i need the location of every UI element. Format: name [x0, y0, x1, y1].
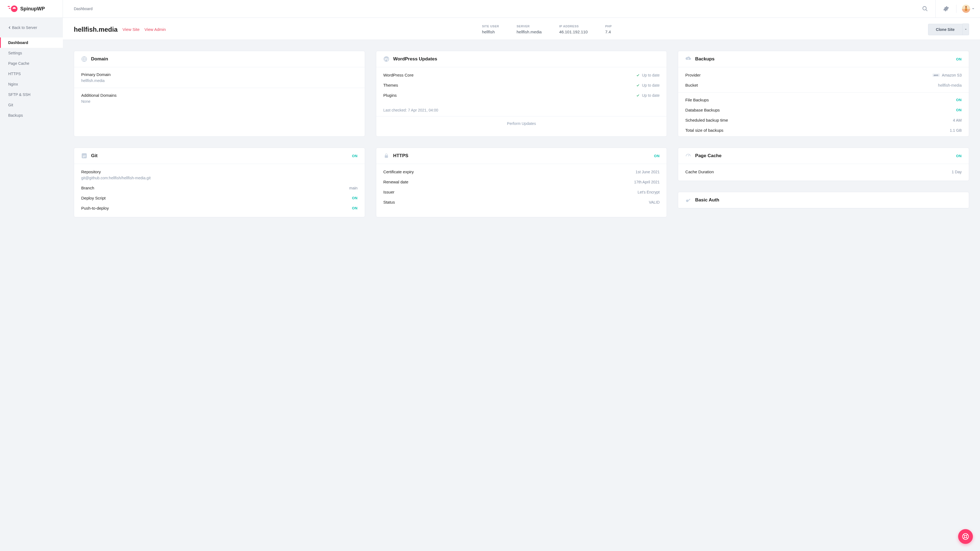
card-backups: Backups ON Provider aws Amazon S3 [678, 51, 969, 137]
perform-updates-button[interactable]: Perform Updates [376, 116, 667, 131]
sidebar-item-https[interactable]: HTTPS [0, 68, 63, 79]
site-user-value: hellfish [482, 30, 499, 34]
sidebar-item-sftp-ssh[interactable]: SFTP & SSH [0, 89, 63, 100]
chevron-down-icon [965, 29, 967, 30]
sidebar-item-page-cache[interactable]: Page Cache [0, 58, 63, 68]
back-to-server-link[interactable]: Back to Server [0, 25, 63, 37]
https-renewal-row: Renewal date 17th April 2021 [376, 177, 667, 187]
https-status-row: Status VALID [376, 197, 667, 207]
key-icon [685, 197, 691, 203]
svg-rect-14 [688, 199, 690, 201]
settings-button[interactable] [935, 0, 956, 18]
card-domain: Domain Primary Domain hellfish.media Add… [74, 51, 365, 137]
chevron-left-icon [8, 26, 11, 29]
sidebar-item-dashboard[interactable]: Dashboard [0, 37, 63, 48]
wp-plugins-row: Plugins Up to date [376, 90, 667, 100]
wordpress-icon [383, 56, 390, 62]
php-label: PHP [605, 25, 612, 28]
https-title: HTTPS [393, 153, 409, 159]
https-expiry-row: Certificate expiry 1st June 2021 [376, 167, 667, 177]
svg-line-4 [926, 10, 928, 11]
svg-text:git: git [83, 155, 86, 157]
https-issuer-row: Issuer Let's Encrypt [376, 187, 667, 197]
user-menu[interactable] [956, 5, 980, 13]
backup-schedule-row: Scheduled backup time 4 AM [678, 115, 969, 125]
page-cache-status-badge: ON [956, 154, 962, 158]
wp-last-checked: Last checked: 7 Apr 2021, 04:00 [376, 104, 667, 116]
cache-duration-row: Cache Duration 1 Day [678, 167, 969, 177]
backups-title: Backups [695, 56, 714, 62]
card-git: git Git ON Repository git@github.com:hel… [74, 148, 365, 217]
help-fab[interactable] [958, 529, 973, 544]
git-branch-row: Branch main [74, 183, 365, 193]
php-value: 7.4 [605, 30, 612, 34]
svg-line-17 [963, 534, 964, 535]
aws-icon: aws [932, 73, 940, 77]
page-title: hellfish.media [74, 26, 118, 33]
svg-line-19 [963, 537, 964, 538]
sidebar-item-settings[interactable]: Settings [0, 48, 63, 58]
lock-icon [383, 153, 390, 159]
ip-value: 46.101.192.110 [559, 30, 588, 34]
sidebar-item-backups[interactable]: Backups [0, 110, 63, 121]
wp-themes-row: Themes Up to date [376, 80, 667, 90]
avatar-icon [964, 6, 968, 11]
additional-domains-label: Additional Domains [81, 93, 358, 98]
brand-name: SpinupWP [20, 6, 45, 12]
svg-rect-5 [965, 6, 967, 8]
db-backups-row: Database Backups ON [678, 105, 969, 115]
sidebar-item-git[interactable]: Git [0, 100, 63, 110]
search-button[interactable] [915, 0, 935, 18]
git-icon: git [81, 153, 87, 159]
https-status-badge: ON [654, 154, 660, 158]
basic-auth-title: Basic Auth [695, 197, 719, 203]
cloud-upload-icon [685, 56, 691, 62]
brand-logo[interactable]: SpinupWP [0, 0, 63, 17]
sidebar-item-nginx[interactable]: Nginx [0, 79, 63, 89]
svg-point-16 [964, 535, 967, 538]
lifebuoy-icon [962, 533, 969, 540]
back-to-server-label: Back to Server [12, 25, 37, 30]
file-backups-row: File Backups ON [678, 95, 969, 105]
backup-size-row: Total size of backups 1.1 GB [678, 125, 969, 135]
svg-rect-6 [965, 8, 967, 11]
card-https: HTTPS ON Certificate expiry 1st June 202… [376, 148, 667, 217]
wp-updates-title: WordPress Updates [393, 56, 437, 62]
card-basic-auth: Basic Auth [678, 192, 969, 208]
breadcrumb: Dashboard [74, 6, 93, 11]
server-label: SERVER [517, 25, 542, 28]
git-push-row: Push-to-deploy ON [74, 203, 365, 213]
primary-domain-label: Primary Domain [81, 72, 358, 77]
ip-label: IP ADDRESS [559, 25, 588, 28]
svg-point-13 [686, 200, 689, 202]
globe-icon [81, 56, 87, 62]
gauge-icon [685, 153, 691, 159]
avatar [962, 5, 970, 13]
domain-title: Domain [91, 56, 108, 62]
svg-line-20 [966, 537, 967, 538]
view-site-link[interactable]: View Site [123, 27, 140, 32]
wp-core-row: WordPress Core Up to date [376, 70, 667, 80]
check-icon [636, 73, 640, 77]
git-deploy-row: Deploy Script ON [74, 193, 365, 203]
backups-status-badge: ON [956, 57, 962, 61]
card-wordpress-updates: WordPress Updates WordPress Core Up to d… [376, 51, 667, 137]
svg-rect-1 [9, 8, 10, 9]
spinupwp-logo-icon [8, 5, 18, 13]
primary-domain-value[interactable]: hellfish.media [81, 78, 358, 83]
svg-line-18 [966, 534, 967, 535]
view-admin-link[interactable]: View Admin [145, 27, 166, 32]
clone-site-button[interactable]: Clone Site [928, 24, 963, 35]
page-cache-title: Page Cache [695, 153, 721, 159]
additional-domains-value: None [81, 99, 358, 103]
svg-rect-0 [8, 6, 10, 7]
card-page-cache: Page Cache ON Cache Duration 1 Day [678, 148, 969, 181]
server-value: hellfish.media [517, 30, 542, 34]
search-icon [922, 6, 928, 12]
check-icon [636, 83, 640, 87]
clone-site-dropdown[interactable] [963, 24, 969, 35]
backups-bucket-row: Bucket hellfish-media [678, 80, 969, 90]
check-icon [636, 94, 640, 97]
git-repo-row: Repository git@github.com:hellfish/hellf… [74, 167, 365, 183]
svg-point-3 [923, 6, 926, 10]
